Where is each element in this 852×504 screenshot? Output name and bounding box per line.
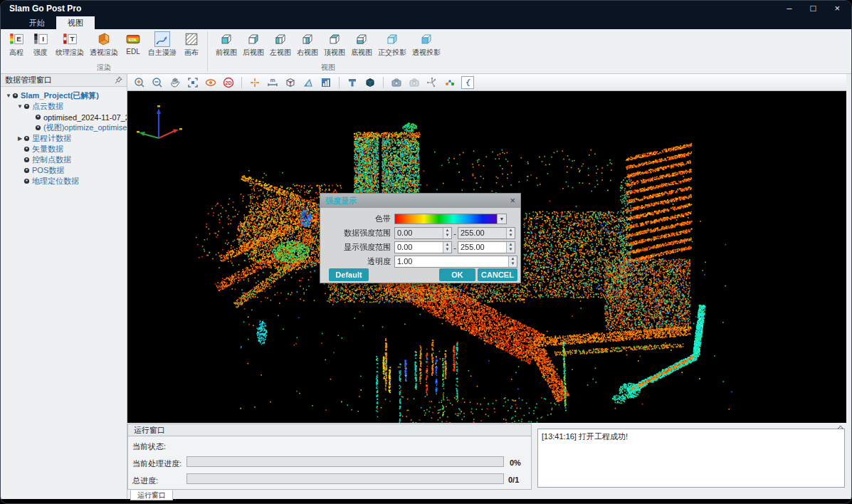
visibility-icon[interactable] [23, 103, 30, 110]
edl-button[interactable]: EDL EDL [122, 31, 144, 56]
capture-disabled-icon[interactable] [408, 76, 421, 89]
measure-volume-icon[interactable] [284, 76, 297, 89]
svg-text:EDL: EDL [129, 38, 137, 42]
pin-icon[interactable] [115, 76, 122, 84]
viewport-3d[interactable]: 强度显示 × 色带 ▼ 数据强度范围 0.00▲▼ - 255.00▲▼ 显示强… [127, 91, 846, 423]
total-progress-label: 总进度: [132, 476, 158, 486]
progress-label: 当前处理进度: [132, 458, 182, 469]
log-output[interactable]: [13:41:16] 打开工程成功! [537, 429, 845, 488]
spinner-arrows-icon[interactable]: ▲▼ [506, 228, 515, 238]
orbit-icon[interactable] [204, 76, 217, 89]
run-window-tab[interactable]: 运行窗口 [130, 490, 173, 500]
visibility-icon[interactable] [35, 125, 41, 131]
intensity-button[interactable]: I 强度 [29, 31, 52, 58]
tree-node-pos[interactable]: POS数据 [1, 165, 127, 176]
opacity-row: 透明度 1.00▲▼ [320, 256, 522, 268]
display-min-spinner[interactable]: 0.00▲▼ [394, 241, 452, 253]
run-window-body: 当前状态: 当前处理进度: 0% 总进度: 0/1 [127, 436, 532, 490]
measure-angle-icon[interactable] [302, 76, 315, 89]
cancel-button[interactable]: CANCEL [478, 268, 517, 281]
visibility-icon[interactable] [23, 135, 30, 142]
visibility-icon[interactable] [35, 114, 41, 120]
top-view-icon [327, 31, 342, 47]
visibility-icon[interactable] [23, 157, 30, 163]
histogram-icon[interactable] [320, 76, 332, 89]
ortho-projection-button[interactable]: 正交投影 [376, 31, 409, 58]
spinner-arrows-icon[interactable]: ▲▼ [508, 256, 517, 267]
spinner-arrows-icon[interactable]: ▲▼ [443, 228, 451, 238]
pan-icon[interactable] [169, 76, 182, 89]
ribbon-separator [207, 31, 208, 71]
chevron-down-icon[interactable]: ▼ [497, 214, 506, 224]
svg-text:E: E [16, 35, 21, 43]
trajectory-icon[interactable] [461, 76, 474, 89]
visibility-icon[interactable] [23, 167, 30, 174]
tab-view[interactable]: 视图 [56, 16, 95, 29]
tree-node-control-points[interactable]: 控制点数据 [1, 154, 127, 165]
app-window: Slam Go Post Pro – □ × 开始 视图 E 高程 I 强度 [0, 0, 852, 504]
tree-node-vector[interactable]: 矢量数据 [1, 144, 127, 154]
colorband-label: 色带 [320, 214, 394, 224]
view-2d-icon[interactable]: 2D [222, 76, 235, 89]
tree-node-optimize-view[interactable]: (视图)optimize_optimised... [1, 122, 127, 133]
left-view-button[interactable]: 左视图 [268, 31, 293, 58]
tab-start[interactable]: 开始 [18, 16, 56, 29]
canvas-button[interactable]: 画布 [180, 31, 203, 58]
zoom-extent-icon[interactable] [186, 76, 199, 89]
perspective-render-button[interactable]: 透视渲染 [88, 31, 120, 58]
ortho-projection-icon [384, 31, 400, 47]
data-min-spinner[interactable]: 0.00▲▼ [394, 227, 452, 239]
top-view-button[interactable]: 顶视图 [322, 31, 347, 58]
back-view-icon [246, 31, 261, 47]
capture-icon[interactable] [390, 76, 403, 89]
front-view-button[interactable]: 前视图 [214, 31, 239, 58]
dialog-titlebar[interactable]: 强度显示 × [320, 194, 520, 208]
graph-nodes-icon[interactable] [443, 76, 456, 89]
data-max-spinner[interactable]: 255.00▲▼ [458, 227, 515, 239]
opacity-spinner[interactable]: 1.00▲▼ [394, 256, 517, 268]
spinner-arrows-icon[interactable]: ▲▼ [443, 242, 451, 253]
maximize-button[interactable]: □ [811, 1, 816, 16]
tree-node-odometry[interactable]: ▶ 里程计数据 [1, 133, 127, 144]
minimize-button[interactable]: – [787, 1, 791, 16]
expander-down-icon[interactable]: ▼ [16, 103, 23, 110]
free-roam-button[interactable]: 自主漫游 [146, 31, 179, 58]
move-points-icon[interactable] [426, 76, 438, 89]
perspective-projection-button[interactable]: 透视投影 [410, 31, 443, 58]
elevation-button[interactable]: E 高程 [5, 31, 28, 58]
zoom-out-icon[interactable] [151, 76, 164, 89]
visibility-icon[interactable] [12, 93, 19, 99]
tree-node-geolocation[interactable]: 地理定位数据 [1, 176, 127, 187]
zoom-in-icon[interactable] [133, 76, 146, 89]
elevation-icon: E [9, 31, 24, 47]
back-view-button[interactable]: 后视图 [241, 31, 266, 58]
voxel-cube-icon[interactable] [364, 76, 377, 89]
run-window-header[interactable]: 运行窗口 [127, 424, 532, 436]
pick-point-icon[interactable] [248, 76, 261, 89]
colorband-row: 色带 ▼ [320, 213, 522, 225]
right-view-button[interactable]: 右视图 [295, 31, 320, 58]
spinner-arrows-icon[interactable]: ▲▼ [506, 242, 515, 253]
texture-render-button[interactable]: T 纹理渲染 [53, 31, 86, 58]
expander-right-icon[interactable]: ▶ [16, 135, 23, 142]
display-max-spinner[interactable]: 255.00▲▼ [458, 241, 515, 253]
close-button[interactable]: × [834, 1, 840, 16]
expander-down-icon[interactable]: ▼ [5, 93, 12, 99]
display-range-row: 显示强度范围 0.00▲▼ - 255.00▲▼ [320, 241, 522, 253]
status-label: 当前状态: [132, 441, 166, 452]
visibility-icon[interactable] [23, 178, 30, 184]
tree-node-pointcloud[interactable]: ▼ 点云数据 [1, 101, 127, 112]
dialog-close-icon[interactable]: × [510, 194, 515, 208]
tree-node-project[interactable]: ▼ Slam_Project(已解算) [1, 90, 127, 101]
free-roam-icon [154, 31, 170, 47]
colorband-dropdown[interactable]: ▼ [394, 214, 507, 224]
profile-tool-icon[interactable] [346, 76, 359, 89]
measure-distance-icon[interactable]: m [266, 76, 279, 89]
visibility-icon[interactable] [23, 146, 30, 152]
default-button[interactable]: Default [329, 268, 369, 281]
bottom-view-button[interactable]: 底视图 [349, 31, 374, 58]
canvas-icon [184, 31, 199, 47]
tree-node-optimised-file[interactable]: optimised_2024-11-07_2... [1, 112, 127, 122]
ok-button[interactable]: OK [439, 268, 475, 281]
total-progress-bar [186, 473, 504, 484]
